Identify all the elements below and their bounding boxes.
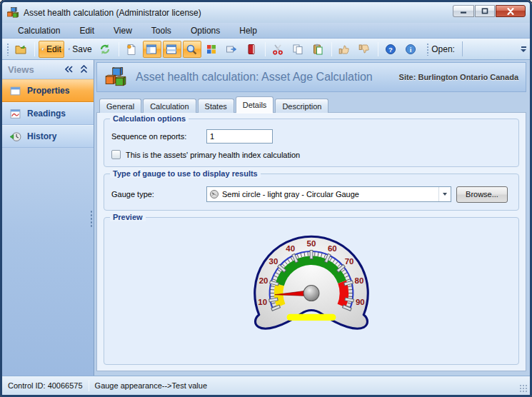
content-header: Asset health calculation: Asset Age Calc… [96, 62, 526, 92]
svg-text:i: i [409, 45, 411, 53]
menu-help[interactable]: Help [239, 26, 257, 36]
menu-tools[interactable]: Tools [151, 26, 171, 36]
refresh-icon [99, 44, 111, 55]
save-button[interactable]: Save [66, 41, 95, 58]
svg-text:20: 20 [259, 276, 268, 285]
chevron-down-icon [521, 49, 526, 52]
send-button[interactable] [223, 41, 241, 58]
windows-button[interactable] [203, 41, 221, 58]
svg-text:60: 60 [328, 244, 337, 253]
svg-text:40: 40 [286, 244, 295, 253]
sidebar-item-history[interactable]: History [2, 125, 94, 148]
menu-edit[interactable]: Edit [79, 26, 94, 36]
status-message: Gauge appearance-->Test value [95, 381, 207, 390]
cut-button[interactable] [269, 41, 288, 58]
layout-rows-button[interactable] [163, 41, 181, 58]
copy-icon [292, 44, 303, 55]
sidebar-header: Views [2, 60, 94, 79]
svg-text:80: 80 [355, 276, 364, 285]
thumbs-up-button[interactable] [336, 41, 354, 58]
resize-grip[interactable] [519, 384, 528, 393]
svg-text:50: 50 [307, 239, 316, 248]
gauge-type-value: Semi circle - light gray - Circular Gaug… [222, 190, 436, 198]
open-label: Open: [431, 44, 455, 54]
tab-details[interactable]: Details [236, 96, 274, 113]
toolbar-overflow-button[interactable] [521, 41, 527, 57]
cubes-icon [104, 67, 127, 88]
tab-description[interactable]: Description [275, 99, 328, 113]
tab-states[interactable]: States [198, 99, 234, 113]
window-title: Asset health calculation (Administrator … [24, 8, 201, 18]
magnifier-icon [186, 44, 197, 55]
tab-general[interactable]: General [99, 99, 141, 113]
open-combobox[interactable] [462, 41, 519, 56]
thumbs-down-icon [358, 44, 370, 55]
pin-up-icon[interactable] [80, 65, 88, 74]
save-icon [69, 44, 71, 55]
status-bar: Control ID: 40066575 Gauge appearance-->… [2, 376, 530, 395]
toolbar: Edit Save [2, 39, 530, 60]
minimize-button[interactable] [453, 5, 474, 17]
copy-button[interactable] [289, 41, 308, 58]
close-button[interactable] [496, 5, 526, 17]
scissors-icon [272, 44, 283, 55]
info-button[interactable]: i [402, 41, 421, 58]
layout-columns-icon [146, 44, 157, 55]
group-title: Preview [110, 213, 146, 221]
primary-health-checkbox-label: This is the assets' primary health index… [126, 151, 300, 159]
thumbs-up-icon [338, 44, 350, 55]
paste-button[interactable] [309, 41, 328, 58]
readings-icon [9, 108, 21, 120]
paste-icon [312, 44, 323, 55]
svg-text:10: 10 [258, 298, 267, 306]
menu-view[interactable]: View [114, 26, 132, 36]
svg-text:70: 70 [345, 257, 354, 266]
sidebar-item-readings[interactable]: Readings [2, 102, 94, 125]
svg-text:30: 30 [269, 257, 278, 266]
edit-icon [41, 44, 45, 55]
edit-button[interactable]: Edit [39, 41, 64, 58]
save-button-label: Save [72, 44, 91, 54]
new-page-button[interactable] [123, 41, 141, 58]
combobox-dropdown-button[interactable] [438, 187, 451, 201]
preview-group: Preview 102030405060708090 [104, 217, 519, 365]
sidebar-splitter-handle[interactable] [90, 210, 93, 227]
zoom-button[interactable] [183, 41, 201, 58]
browse-button[interactable]: Browse... [456, 186, 508, 203]
gauge-preview: 102030405060708090 [248, 232, 375, 339]
menu-options[interactable]: Options [191, 26, 220, 36]
layout-columns-button[interactable] [143, 41, 161, 58]
gauge-type-group: Type of gauge to use to display results … [104, 174, 519, 211]
gauge-type-label: Gauge type: [111, 190, 206, 198]
sequence-on-reports-input[interactable] [206, 129, 273, 144]
open-folder-button[interactable] [12, 41, 31, 58]
menu-calculation[interactable]: Calculation [18, 26, 60, 36]
help-icon: ? [385, 44, 396, 55]
sidebar-item-label: Properties [27, 86, 69, 96]
send-icon [226, 44, 237, 55]
info-icon: i [405, 44, 416, 55]
tab-calculation[interactable]: Calculation [143, 99, 196, 113]
refresh-button[interactable] [96, 41, 115, 58]
toolbar-separator [265, 42, 266, 56]
thumbs-down-button[interactable] [356, 41, 374, 58]
gauge-type-combobox[interactable]: Semi circle - light gray - Circular Gaug… [206, 186, 451, 202]
collapse-icon[interactable] [64, 66, 74, 73]
toolbar-separator [119, 42, 119, 56]
sidebar-item-properties[interactable]: Properties [2, 79, 94, 102]
app-window: Asset health calculation (Administrator … [0, 0, 532, 397]
toolbar-grip[interactable] [426, 43, 429, 56]
help-button[interactable]: ? [382, 41, 401, 58]
tab-strip: General Calculation States Details Descr… [96, 92, 526, 113]
main-area: Views Properties Readings History [2, 60, 530, 376]
toolbar-grip[interactable] [6, 43, 9, 56]
book-button[interactable] [243, 41, 261, 58]
primary-health-checkbox[interactable] [111, 150, 121, 159]
calculation-options-group: Calculation options Sequence on reports:… [104, 119, 519, 167]
edit-button-label: Edit [46, 44, 61, 54]
maximize-button[interactable] [475, 5, 495, 17]
svg-text:90: 90 [356, 298, 365, 306]
sidebar-title: Views [8, 64, 34, 75]
chevron-down-icon [443, 193, 447, 196]
history-icon [9, 131, 21, 143]
